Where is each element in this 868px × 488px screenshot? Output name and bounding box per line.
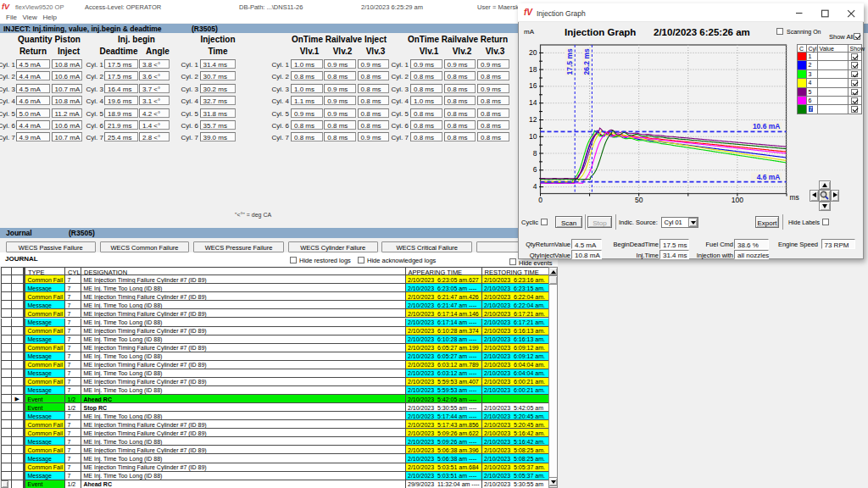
svg-text:14: 14: [529, 98, 537, 107]
svg-text:4: 4: [533, 182, 537, 191]
svg-text:18: 18: [529, 65, 537, 74]
svg-text:50: 50: [635, 196, 643, 204]
svg-text:6: 6: [533, 165, 537, 174]
svg-text:20: 20: [529, 48, 537, 57]
svg-text:ms: ms: [790, 193, 799, 202]
svg-text:4.6 mA: 4.6 mA: [757, 173, 781, 181]
svg-text:12: 12: [529, 115, 537, 124]
svg-text:26.2 ms: 26.2 ms: [582, 48, 591, 75]
svg-text:17.5 ms: 17.5 ms: [565, 48, 574, 75]
svg-text:100: 100: [732, 196, 743, 204]
svg-text:10: 10: [529, 132, 537, 141]
svg-text:0: 0: [538, 196, 542, 204]
svg-text:8: 8: [533, 149, 537, 158]
svg-text:16: 16: [529, 81, 537, 90]
svg-text:10.6 mA: 10.6 mA: [753, 122, 781, 130]
